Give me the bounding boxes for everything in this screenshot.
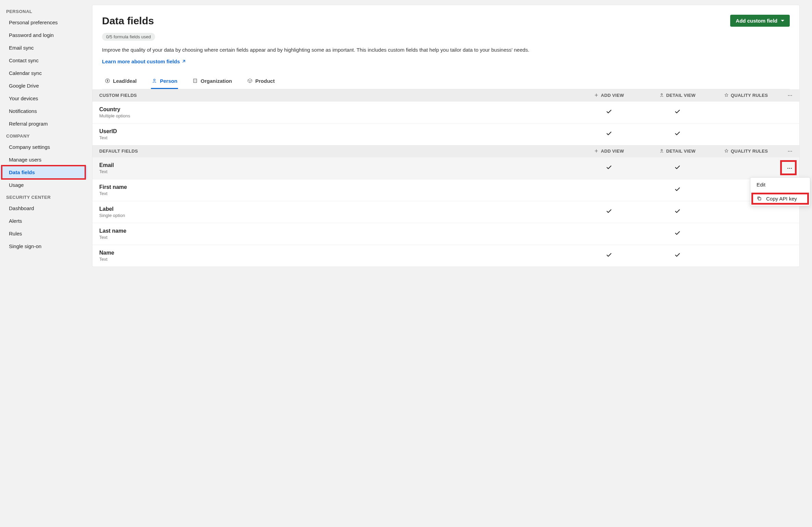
field-type: Text	[99, 169, 575, 174]
tabs: Lead/dealPersonOrganizationProduct	[102, 74, 790, 89]
field-type: Text	[99, 191, 575, 196]
sidebar-item-rules[interactable]: Rules	[0, 227, 87, 240]
field-type: Text	[99, 135, 575, 140]
tab-organization[interactable]: Organization	[192, 74, 233, 89]
star-icon	[724, 149, 729, 153]
box-icon	[247, 78, 253, 83]
cell-detail-view	[643, 208, 712, 216]
sidebar-item-dashboard[interactable]: Dashboard	[0, 202, 87, 215]
sidebar-item-your-devices[interactable]: Your devices	[0, 92, 87, 105]
field-type: Multiple options	[99, 113, 575, 118]
row-more-button[interactable]: ···	[780, 165, 792, 171]
cell-add-view	[575, 252, 643, 259]
sidebar-item-password-and-login[interactable]: Password and login	[0, 29, 87, 41]
star-icon	[724, 93, 729, 98]
col-detail-view[interactable]: DETAIL VIEW	[643, 93, 712, 98]
sidebar-item-manage-users[interactable]: Manage users	[0, 153, 87, 166]
caret-down-icon	[781, 20, 784, 22]
learn-more-link[interactable]: Learn more about custom fields	[102, 59, 186, 64]
cell-add-view	[575, 165, 643, 172]
check-icon	[606, 165, 612, 171]
field-row[interactable]: UserID Text	[92, 123, 799, 145]
formula-usage-badge: 0/5 formula fields used	[102, 33, 155, 41]
field-row[interactable]: Name Text	[92, 245, 799, 267]
cell-detail-view	[643, 109, 712, 116]
check-icon	[674, 230, 681, 236]
sidebar-item-alerts[interactable]: Alerts	[0, 215, 87, 227]
cell-add-view	[575, 208, 643, 216]
person-icon	[659, 93, 664, 98]
tab-person[interactable]: Person	[151, 74, 178, 89]
dropdown-copy-api-key[interactable]: Copy API key	[750, 192, 810, 206]
check-icon	[674, 187, 681, 193]
field-name: First name	[99, 184, 575, 190]
section-header: CUSTOM FIELDS ADD VIEW DETAIL VIEW QUALI…	[92, 89, 799, 101]
page-description: Improve the quality of your data by choo…	[102, 46, 790, 54]
tab-lead-deal[interactable]: Lead/deal	[104, 74, 137, 89]
sidebar-item-personal-preferences[interactable]: Personal preferences	[0, 16, 87, 29]
sidebar-group-title: SECURITY CENTER	[0, 191, 87, 202]
cell-add-view	[575, 109, 643, 116]
sidebar-group-title: COMPANY	[0, 130, 87, 141]
cell-detail-view	[643, 252, 712, 259]
field-name: Label	[99, 206, 575, 212]
sidebar-item-contact-sync[interactable]: Contact sync	[0, 54, 87, 67]
main: Data fields Add custom field 0/5 formula…	[87, 0, 812, 527]
section-more-button[interactable]: ···	[780, 149, 792, 154]
copy-icon	[757, 196, 762, 201]
sidebar-item-company-settings[interactable]: Company settings	[0, 141, 87, 153]
cell-detail-view	[643, 187, 712, 194]
cell-add-view	[575, 131, 643, 138]
cell-detail-view	[643, 131, 712, 138]
cell-detail-view	[643, 165, 712, 172]
field-name: Name	[99, 250, 575, 256]
cell-detail-view	[643, 230, 712, 237]
check-icon	[674, 109, 681, 115]
check-icon	[606, 252, 612, 258]
sidebar-item-data-fields[interactable]: Data fields	[0, 166, 87, 179]
section-title: CUSTOM FIELDS	[99, 93, 575, 98]
add-custom-field-button[interactable]: Add custom field	[730, 15, 790, 27]
sidebar-item-usage[interactable]: Usage	[0, 179, 87, 191]
section-more-button[interactable]: ···	[780, 93, 792, 98]
field-row[interactable]: Label Single option	[92, 201, 799, 223]
row-actions-dropdown: Edit Copy API key	[750, 177, 810, 206]
field-row[interactable]: Country Multiple options	[92, 101, 799, 123]
sidebar-item-calendar-sync[interactable]: Calendar sync	[0, 67, 87, 79]
field-row[interactable]: First name Text	[92, 179, 799, 201]
field-name: UserID	[99, 128, 575, 134]
col-quality-rules[interactable]: QUALITY RULES	[712, 149, 780, 154]
button-label: Add custom field	[736, 18, 777, 24]
data-fields-card: Data fields Add custom field 0/5 formula…	[92, 5, 800, 267]
sidebar-item-email-sync[interactable]: Email sync	[0, 41, 87, 54]
field-type: Text	[99, 235, 575, 240]
check-icon	[674, 165, 681, 171]
check-icon	[606, 131, 612, 137]
sidebar-item-referral-program[interactable]: Referral program	[0, 117, 87, 130]
field-type: Text	[99, 257, 575, 262]
sidebar-item-single-sign-on[interactable]: Single sign-on	[0, 240, 87, 253]
section-header: DEFAULT FIELDS ADD VIEW DETAIL VIEW QUAL…	[92, 145, 799, 157]
external-link-icon	[181, 59, 186, 64]
sidebar-group-title: PERSONAL	[0, 5, 87, 16]
check-icon	[674, 252, 681, 258]
col-detail-view[interactable]: DETAIL VIEW	[643, 149, 712, 154]
field-name: Last name	[99, 228, 575, 234]
building-icon	[192, 78, 198, 83]
sidebar-item-notifications[interactable]: Notifications	[0, 105, 87, 117]
col-add-view[interactable]: ADD VIEW	[575, 149, 643, 154]
field-row[interactable]: Last name Text	[92, 223, 799, 245]
col-add-view[interactable]: ADD VIEW	[575, 93, 643, 98]
plus-icon	[594, 149, 599, 153]
field-name: Email	[99, 162, 575, 168]
dollar-icon	[105, 78, 110, 83]
sidebar-item-google-drive[interactable]: Google Drive	[0, 79, 87, 92]
check-icon	[606, 109, 612, 115]
sidebar: PERSONALPersonal preferencesPassword and…	[0, 0, 87, 527]
field-row[interactable]: Email Text ··· Edit Copy API key	[92, 157, 799, 179]
tab-product[interactable]: Product	[246, 74, 276, 89]
check-icon	[606, 208, 612, 215]
page-title: Data fields	[102, 15, 154, 27]
col-quality-rules[interactable]: QUALITY RULES	[712, 93, 780, 98]
dropdown-edit[interactable]: Edit	[750, 178, 810, 192]
